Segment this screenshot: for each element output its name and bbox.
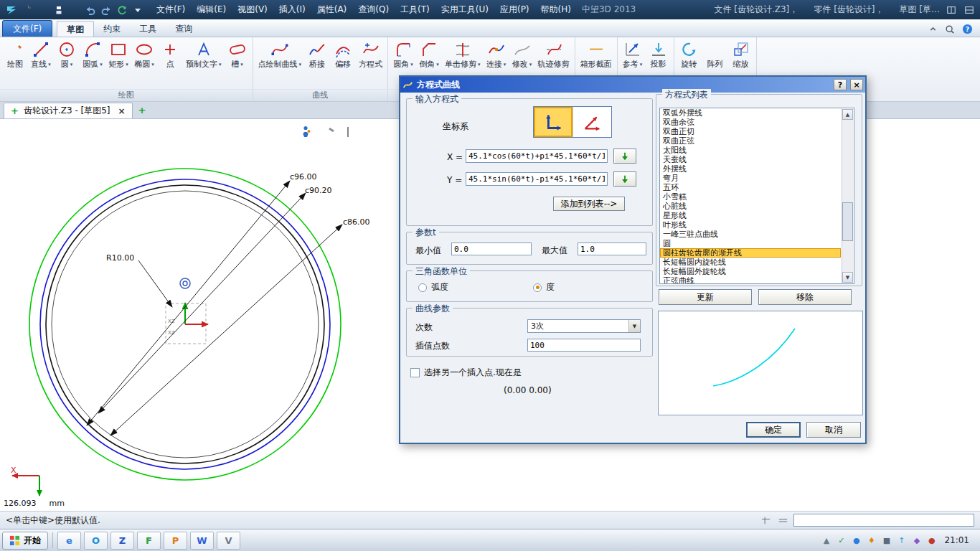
ribbon-item[interactable]: 绘图 [3, 39, 27, 70]
new-file-icon[interactable] [20, 3, 34, 17]
ribbon-item[interactable]: 参考▾ [621, 39, 645, 70]
dimension-label[interactable]: c86.00 [343, 217, 370, 227]
add-to-list-button[interactable]: 添加到列表--> [553, 197, 625, 211]
ribbon-item[interactable]: 矩形▾ [106, 39, 131, 70]
app-logo-icon[interactable] [4, 3, 18, 17]
remove-button[interactable]: 移除 [758, 289, 852, 305]
equation-list-item[interactable]: 双曲正切 [660, 127, 841, 136]
menu-item[interactable]: 属性(A) [311, 0, 353, 19]
interp-points-input[interactable] [527, 339, 641, 352]
equation-list-item[interactable]: 星形线 [660, 211, 841, 220]
ribbon-tab[interactable]: 草图 [57, 21, 94, 37]
document-tab[interactable]: + 齿轮设计.Z3 - [草图5] × [4, 103, 133, 118]
dialog-help-button[interactable]: ? [834, 79, 847, 90]
degree-select[interactable]: 3次 ▼ [527, 319, 641, 333]
equation-list-item[interactable]: 弯月 [660, 174, 841, 183]
ribbon-item[interactable]: 方程式 [357, 39, 385, 70]
tray-icon[interactable]: ◆ [911, 535, 922, 546]
tray-icon[interactable]: ● [926, 535, 937, 546]
filter-flag-icon[interactable] [344, 125, 359, 139]
tray-icon[interactable]: ▲ [821, 535, 831, 546]
ribbon-item[interactable]: 倒角▾ [417, 39, 441, 70]
menu-item[interactable]: 视图(V) [232, 0, 273, 19]
ribbon-item[interactable]: 圆▾ [55, 39, 79, 70]
ribbon-item[interactable]: 点绘制曲线▾ [256, 39, 304, 70]
collapse-ribbon-icon[interactable] [928, 24, 938, 34]
equation-list-item[interactable]: 天蚕线 [660, 155, 841, 164]
menu-item[interactable]: 实用工具(U) [435, 0, 494, 19]
ribbon-item[interactable]: 预制文字▾ [184, 39, 224, 70]
dropdown-arrow-icon[interactable]: ▼ [628, 320, 640, 332]
x-apply-button[interactable] [613, 149, 636, 164]
taskbar-button[interactable]: Z [110, 532, 134, 550]
equation-list-item[interactable]: 双曲正弦 [660, 136, 841, 146]
equation-list-item[interactable]: 长短幅圆内旋轮线 [660, 258, 841, 267]
ribbon-item[interactable]: 点 [158, 39, 182, 70]
equation-list-item[interactable]: 双弧外摆线 [660, 108, 841, 118]
window-list-icon[interactable] [963, 4, 976, 16]
tray-icon[interactable]: ● [851, 535, 862, 546]
ribbon-item[interactable]: 单击修剪▾ [443, 39, 483, 70]
ok-button[interactable]: 确定 [746, 422, 801, 438]
ribbon-item[interactable]: 投影 [646, 39, 671, 70]
menu-item[interactable]: 插入(I) [273, 0, 311, 19]
more-icon[interactable] [131, 3, 144, 17]
equation-list-item[interactable]: 五环 [660, 183, 841, 192]
menu-item[interactable]: 编辑(E) [191, 0, 232, 19]
equation-list-item[interactable]: 圆柱齿轮齿廓的渐开线 [660, 248, 841, 258]
ribbon-tab[interactable]: 工具 [130, 21, 166, 37]
dimension-label[interactable]: c90.20 [305, 186, 332, 195]
tray-icon[interactable]: ♦ [866, 535, 877, 546]
save-icon[interactable] [52, 3, 65, 17]
menu-item[interactable]: 文件(F) [151, 0, 191, 19]
print-icon[interactable] [67, 3, 81, 17]
help-icon[interactable]: ? [962, 24, 973, 34]
ribbon-item[interactable]: 圆角▾ [391, 39, 415, 70]
file-menu-button[interactable]: 文件(F) [2, 20, 52, 37]
ribbon-item[interactable]: 偏移 [331, 39, 355, 70]
open-file-icon[interactable] [36, 3, 50, 17]
undo-icon[interactable] [83, 3, 97, 17]
cancel-button[interactable]: 取消 [806, 422, 861, 438]
scroll-down-icon[interactable]: ▼ [842, 272, 853, 283]
taskbar-button[interactable]: e [57, 532, 81, 550]
ribbon-item[interactable]: 椭圆▾ [132, 39, 156, 70]
taskbar-button[interactable]: V [217, 532, 240, 550]
menu-item[interactable]: 工具(T) [395, 0, 435, 19]
tray-icon[interactable]: ↑ [896, 535, 907, 546]
ribbon-tab[interactable]: 约束 [94, 21, 130, 37]
inquire-icon[interactable] [298, 125, 313, 139]
menu-item[interactable]: 查询(Q) [352, 0, 395, 19]
ribbon-tab[interactable]: 查询 [166, 21, 202, 37]
ribbon-item[interactable]: 缩放 [729, 39, 753, 70]
tray-icon[interactable]: ■ [881, 535, 892, 546]
equation-list-item[interactable]: 圆 [660, 239, 841, 248]
equation-list-item[interactable]: 太阳线 [660, 146, 841, 155]
clock[interactable]: 21:01 [941, 535, 975, 545]
taskbar-button[interactable]: F [137, 532, 161, 550]
ribbon-item[interactable]: 阵列 [703, 39, 727, 70]
taskbar-button[interactable]: O [84, 532, 108, 550]
start-button[interactable]: 开始 [2, 532, 48, 550]
new-tab-button[interactable]: + [138, 105, 146, 116]
equation-list-item[interactable]: 外摆线 [660, 164, 841, 174]
tray-icon[interactable]: ✓ [836, 535, 847, 546]
polar-coord-button[interactable] [573, 107, 611, 137]
table-view-icon[interactable] [759, 514, 772, 527]
taskbar-button[interactable]: W [190, 532, 214, 550]
keyway-notch[interactable] [320, 309, 363, 339]
menu-item[interactable]: 应用(P) [494, 0, 535, 19]
x-equation-input[interactable] [466, 149, 608, 163]
update-button[interactable]: 更新 [659, 289, 752, 305]
scrollbar[interactable]: ▲ ▼ [842, 109, 853, 283]
close-tab-icon[interactable]: × [116, 106, 126, 116]
radian-radio[interactable]: 弧度 [418, 281, 448, 293]
statusbar-input[interactable] [793, 514, 974, 527]
insert-point-checkbox[interactable] [410, 368, 420, 377]
scrollbar-thumb[interactable] [842, 202, 853, 241]
equation-list-item[interactable]: 一峰三驻点曲线 [660, 230, 841, 239]
taskbar-button[interactable]: P [164, 532, 187, 550]
eraser-icon[interactable] [321, 125, 336, 139]
equation-list-item[interactable]: 叶形线 [660, 220, 841, 230]
ribbon-item[interactable]: 连接▾ [484, 39, 509, 70]
